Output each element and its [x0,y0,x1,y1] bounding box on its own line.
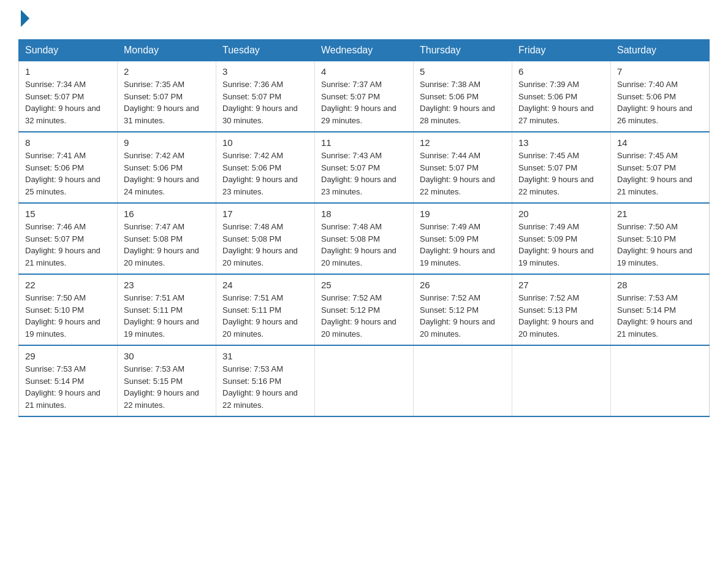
calendar-cell: 21Sunrise: 7:50 AMSunset: 5:10 PMDayligh… [611,203,710,274]
day-number: 24 [222,280,308,290]
day-info: Sunrise: 7:53 AMSunset: 5:16 PMDaylight:… [222,364,298,410]
day-number: 20 [518,209,604,219]
calendar-cell: 13Sunrise: 7:45 AMSunset: 5:07 PMDayligh… [512,132,611,203]
day-info: Sunrise: 7:48 AMSunset: 5:08 PMDaylight:… [321,222,396,267]
day-number: 9 [124,137,210,148]
header-thursday: Thursday [414,40,512,61]
day-info: Sunrise: 7:47 AMSunset: 5:08 PMDaylight:… [124,222,199,267]
day-number: 26 [420,280,506,290]
day-number: 12 [420,137,506,148]
day-info: Sunrise: 7:44 AMSunset: 5:07 PMDaylight:… [420,151,495,196]
logo-arrow-icon [21,10,29,27]
day-info: Sunrise: 7:39 AMSunset: 5:06 PMDaylight:… [518,80,594,125]
header-row: SundayMondayTuesdayWednesdayThursdayFrid… [19,40,710,61]
calendar-cell [512,345,611,416]
day-number: 28 [617,280,703,290]
calendar-cell: 31Sunrise: 7:53 AMSunset: 5:16 PMDayligh… [216,345,315,416]
calendar-cell [611,345,710,416]
calendar-cell: 10Sunrise: 7:42 AMSunset: 5:06 PMDayligh… [216,132,315,203]
day-number: 22 [25,280,111,290]
week-row-4: 22Sunrise: 7:50 AMSunset: 5:10 PMDayligh… [19,274,710,345]
day-info: Sunrise: 7:52 AMSunset: 5:12 PMDaylight:… [420,293,495,339]
day-info: Sunrise: 7:49 AMSunset: 5:09 PMDaylight:… [420,222,495,267]
day-number: 18 [321,209,407,219]
week-row-5: 29Sunrise: 7:53 AMSunset: 5:14 PMDayligh… [19,345,710,416]
calendar-cell: 20Sunrise: 7:49 AMSunset: 5:09 PMDayligh… [512,203,611,274]
header-wednesday: Wednesday [315,40,414,61]
day-number: 21 [617,209,703,219]
day-info: Sunrise: 7:53 AMSunset: 5:14 PMDaylight:… [25,364,100,410]
calendar-cell: 15Sunrise: 7:46 AMSunset: 5:07 PMDayligh… [19,203,118,274]
day-info: Sunrise: 7:43 AMSunset: 5:07 PMDaylight:… [321,151,396,196]
day-info: Sunrise: 7:53 AMSunset: 5:15 PMDaylight:… [124,364,199,410]
header-monday: Monday [118,40,216,61]
header-sunday: Sunday [19,40,118,61]
day-number: 29 [25,351,111,361]
calendar-cell: 4Sunrise: 7:37 AMSunset: 5:07 PMDaylight… [315,61,414,132]
calendar-cell: 29Sunrise: 7:53 AMSunset: 5:14 PMDayligh… [19,345,118,416]
calendar-cell: 9Sunrise: 7:42 AMSunset: 5:06 PMDaylight… [118,132,216,203]
calendar-cell: 26Sunrise: 7:52 AMSunset: 5:12 PMDayligh… [414,274,512,345]
calendar-cell: 11Sunrise: 7:43 AMSunset: 5:07 PMDayligh… [315,132,414,203]
day-number: 4 [321,66,407,77]
calendar-cell: 7Sunrise: 7:40 AMSunset: 5:06 PMDaylight… [611,61,710,132]
day-info: Sunrise: 7:50 AMSunset: 5:10 PMDaylight:… [25,293,100,339]
calendar-cell: 17Sunrise: 7:48 AMSunset: 5:08 PMDayligh… [216,203,315,274]
page-header [18,12,710,27]
calendar-cell: 6Sunrise: 7:39 AMSunset: 5:06 PMDaylight… [512,61,611,132]
day-info: Sunrise: 7:38 AMSunset: 5:06 PMDaylight:… [420,80,495,125]
day-number: 25 [321,280,407,290]
header-saturday: Saturday [611,40,710,61]
day-number: 7 [617,66,703,77]
day-number: 23 [124,280,210,290]
week-row-3: 15Sunrise: 7:46 AMSunset: 5:07 PMDayligh… [19,203,710,274]
calendar-cell: 19Sunrise: 7:49 AMSunset: 5:09 PMDayligh… [414,203,512,274]
calendar-cell: 23Sunrise: 7:51 AMSunset: 5:11 PMDayligh… [118,274,216,345]
day-number: 14 [617,137,703,148]
day-number: 2 [124,66,210,77]
calendar-body: 1Sunrise: 7:34 AMSunset: 5:07 PMDaylight… [19,61,710,417]
day-number: 5 [420,66,506,77]
calendar-cell: 5Sunrise: 7:38 AMSunset: 5:06 PMDaylight… [414,61,512,132]
day-info: Sunrise: 7:45 AMSunset: 5:07 PMDaylight:… [617,151,692,196]
week-row-1: 1Sunrise: 7:34 AMSunset: 5:07 PMDaylight… [19,61,710,132]
calendar-header: SundayMondayTuesdayWednesdayThursdayFrid… [19,40,710,61]
day-number: 11 [321,137,407,148]
day-number: 27 [518,280,604,290]
day-info: Sunrise: 7:42 AMSunset: 5:06 PMDaylight:… [124,151,199,196]
calendar-cell: 14Sunrise: 7:45 AMSunset: 5:07 PMDayligh… [611,132,710,203]
day-info: Sunrise: 7:48 AMSunset: 5:08 PMDaylight:… [222,222,298,267]
day-number: 15 [25,209,111,219]
calendar-cell [414,345,512,416]
week-row-2: 8Sunrise: 7:41 AMSunset: 5:06 PMDaylight… [19,132,710,203]
day-info: Sunrise: 7:40 AMSunset: 5:06 PMDaylight:… [617,80,692,125]
day-info: Sunrise: 7:45 AMSunset: 5:07 PMDaylight:… [518,151,594,196]
logo [18,12,29,27]
calendar-table: SundayMondayTuesdayWednesdayThursdayFrid… [18,39,710,417]
calendar-cell: 3Sunrise: 7:36 AMSunset: 5:07 PMDaylight… [216,61,315,132]
day-number: 31 [222,351,308,361]
calendar-cell: 18Sunrise: 7:48 AMSunset: 5:08 PMDayligh… [315,203,414,274]
day-info: Sunrise: 7:34 AMSunset: 5:07 PMDaylight:… [25,80,100,125]
calendar-cell: 28Sunrise: 7:53 AMSunset: 5:14 PMDayligh… [611,274,710,345]
calendar-cell: 8Sunrise: 7:41 AMSunset: 5:06 PMDaylight… [19,132,118,203]
header-tuesday: Tuesday [216,40,315,61]
day-number: 6 [518,66,604,77]
day-number: 8 [25,137,111,148]
day-info: Sunrise: 7:50 AMSunset: 5:10 PMDaylight:… [617,222,692,267]
header-friday: Friday [512,40,611,61]
day-info: Sunrise: 7:51 AMSunset: 5:11 PMDaylight:… [222,293,298,339]
calendar-cell [315,345,414,416]
calendar-cell: 1Sunrise: 7:34 AMSunset: 5:07 PMDaylight… [19,61,118,132]
day-info: Sunrise: 7:51 AMSunset: 5:11 PMDaylight:… [124,293,199,339]
day-number: 3 [222,66,308,77]
day-info: Sunrise: 7:53 AMSunset: 5:14 PMDaylight:… [617,293,692,339]
day-number: 16 [124,209,210,219]
day-number: 17 [222,209,308,219]
day-info: Sunrise: 7:46 AMSunset: 5:07 PMDaylight:… [25,222,100,267]
day-info: Sunrise: 7:36 AMSunset: 5:07 PMDaylight:… [222,80,298,125]
calendar-cell: 30Sunrise: 7:53 AMSunset: 5:15 PMDayligh… [118,345,216,416]
day-info: Sunrise: 7:41 AMSunset: 5:06 PMDaylight:… [25,151,100,196]
day-number: 1 [25,66,111,77]
calendar-cell: 22Sunrise: 7:50 AMSunset: 5:10 PMDayligh… [19,274,118,345]
